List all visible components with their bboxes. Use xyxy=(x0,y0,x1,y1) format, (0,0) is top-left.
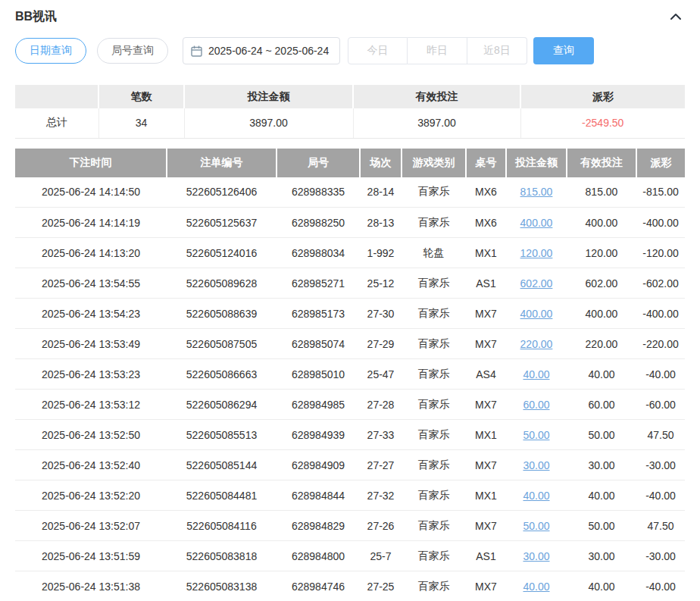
cell-bet: 30.00 xyxy=(506,541,567,571)
cell-round: 628988335 xyxy=(277,177,360,208)
cell-time: 2025-06-24 13:51:59 xyxy=(15,541,167,571)
cell-bet: 120.00 xyxy=(506,238,567,268)
cell-payout: -120.00 xyxy=(636,238,685,268)
cell-valid: 50.00 xyxy=(567,511,636,541)
summary-column-header: 投注金额 xyxy=(184,85,353,108)
summary-payout: -2549.50 xyxy=(520,108,685,138)
column-header: 注单编号 xyxy=(167,149,277,177)
cell-valid: 50.00 xyxy=(567,420,636,450)
table-row: 2025-06-24 13:52:20522605084481628984844… xyxy=(15,480,685,511)
today-button[interactable]: 今日 xyxy=(348,37,408,64)
cell-bet: 60.00 xyxy=(506,390,567,420)
cell-round: 628984985 xyxy=(277,390,360,420)
cell-round: 628985074 xyxy=(277,329,360,359)
cell-table_no: MX1 xyxy=(466,420,506,450)
cell-session: 27-29 xyxy=(360,329,402,359)
cell-round: 628984844 xyxy=(277,480,360,511)
cell-table_no: MX6 xyxy=(466,177,506,208)
cell-bet: 30.00 xyxy=(506,450,567,480)
cell-session: 27-33 xyxy=(360,420,402,450)
cell-payout: -400.00 xyxy=(636,208,685,238)
table-row: 2025-06-24 13:51:59522605083818628984800… xyxy=(15,541,685,571)
cell-time: 2025-06-24 13:52:07 xyxy=(15,511,167,541)
cell-time: 2025-06-24 13:51:38 xyxy=(15,571,167,601)
filter-bar: 日期查询 局号查询 2025-06-24 ~ 2025-06-24 今日 昨日 … xyxy=(15,37,685,64)
bet-amount-link[interactable]: 120.00 xyxy=(520,247,553,259)
cell-game: 百家乐 xyxy=(402,390,466,420)
cell-bet: 50.00 xyxy=(506,420,567,450)
round-query-tab[interactable]: 局号查询 xyxy=(97,38,168,64)
cell-session: 28-14 xyxy=(360,177,402,208)
cell-round: 628984909 xyxy=(277,450,360,480)
cell-session: 25-47 xyxy=(360,359,402,390)
bet-amount-link[interactable]: 60.00 xyxy=(523,399,549,411)
table-row: 2025-06-24 13:51:38522605083138628984746… xyxy=(15,571,685,601)
cell-valid: 120.00 xyxy=(567,238,636,268)
cell-bet_id: 522605124016 xyxy=(167,238,277,268)
cell-payout: -400.00 xyxy=(636,299,685,329)
cell-time: 2025-06-24 13:53:23 xyxy=(15,359,167,390)
bet-amount-link[interactable]: 40.00 xyxy=(523,581,549,593)
cell-session: 27-27 xyxy=(360,450,402,480)
cell-payout: 47.50 xyxy=(636,420,685,450)
cell-bet: 40.00 xyxy=(506,571,567,601)
cell-table_no: AS1 xyxy=(466,268,506,299)
bet-amount-link[interactable]: 30.00 xyxy=(523,550,549,562)
bb-video-panel: BB视讯 日期查询 局号查询 2025-06-24 ~ 2025-06-24 今… xyxy=(0,0,700,601)
cell-payout: -30.00 xyxy=(636,541,685,571)
summary-row: 总计 34 3897.00 3897.00 -2549.50 xyxy=(15,108,685,138)
last8days-button[interactable]: 近8日 xyxy=(467,37,527,64)
cell-session: 27-30 xyxy=(360,299,402,329)
cell-payout: -40.00 xyxy=(636,571,685,601)
cell-time: 2025-06-24 13:54:55 xyxy=(15,268,167,299)
search-button[interactable]: 查询 xyxy=(533,37,594,64)
cell-payout: 47.50 xyxy=(636,511,685,541)
date-range-picker[interactable]: 2025-06-24 ~ 2025-06-24 xyxy=(183,37,340,64)
cell-time: 2025-06-24 14:13:20 xyxy=(15,238,167,268)
table-row: 2025-06-24 13:52:50522605085513628984939… xyxy=(15,420,685,450)
summary-column-header: 笔数 xyxy=(98,85,184,108)
cell-time: 2025-06-24 13:54:23 xyxy=(15,299,167,329)
table-row: 2025-06-24 14:14:19522605125637628988250… xyxy=(15,208,685,238)
cell-valid: 602.00 xyxy=(567,268,636,299)
cell-valid: 30.00 xyxy=(567,541,636,571)
cell-bet_id: 522605087505 xyxy=(167,329,277,359)
bet-amount-link[interactable]: 815.00 xyxy=(520,186,553,198)
cell-table_no: MX1 xyxy=(466,238,506,268)
cell-time: 2025-06-24 13:52:20 xyxy=(15,480,167,511)
cell-bet: 602.00 xyxy=(506,268,567,299)
cell-valid: 40.00 xyxy=(567,571,636,601)
cell-session: 27-28 xyxy=(360,390,402,420)
yesterday-button[interactable]: 昨日 xyxy=(408,37,467,64)
cell-game: 百家乐 xyxy=(402,511,466,541)
cell-bet_id: 522605088639 xyxy=(167,299,277,329)
cell-game: 百家乐 xyxy=(402,359,466,390)
cell-session: 25-12 xyxy=(360,268,402,299)
bet-amount-link[interactable]: 40.00 xyxy=(523,368,549,380)
bet-amount-link[interactable]: 30.00 xyxy=(523,459,549,471)
cell-bet: 50.00 xyxy=(506,511,567,541)
cell-bet_id: 522605083818 xyxy=(167,541,277,571)
panel-header: BB视讯 xyxy=(15,0,685,32)
date-range-value: 2025-06-24 ~ 2025-06-24 xyxy=(208,45,329,57)
bet-amount-link[interactable]: 220.00 xyxy=(520,338,553,350)
bet-amount-link[interactable]: 400.00 xyxy=(520,308,553,320)
date-query-tab[interactable]: 日期查询 xyxy=(15,38,86,64)
summary-column-header xyxy=(15,85,98,108)
cell-game: 百家乐 xyxy=(402,541,466,571)
table-row: 2025-06-24 14:14:50522605126406628988335… xyxy=(15,177,685,208)
cell-payout: -60.00 xyxy=(636,390,685,420)
column-header: 投注金额 xyxy=(506,149,567,177)
column-header: 游戏类别 xyxy=(402,149,466,177)
bet-amount-link[interactable]: 40.00 xyxy=(523,490,549,502)
bet-amount-link[interactable]: 602.00 xyxy=(520,277,553,290)
cell-bet_id: 522605089628 xyxy=(167,268,277,299)
cell-bet_id: 522605085144 xyxy=(167,450,277,480)
bet-amount-link[interactable]: 50.00 xyxy=(523,520,549,532)
cell-game: 百家乐 xyxy=(402,208,466,238)
bet-amount-link[interactable]: 50.00 xyxy=(523,429,549,441)
bet-amount-link[interactable]: 400.00 xyxy=(520,217,553,229)
cell-valid: 220.00 xyxy=(567,329,636,359)
collapse-chevron-icon[interactable] xyxy=(667,10,685,23)
column-header: 局号 xyxy=(277,149,360,177)
